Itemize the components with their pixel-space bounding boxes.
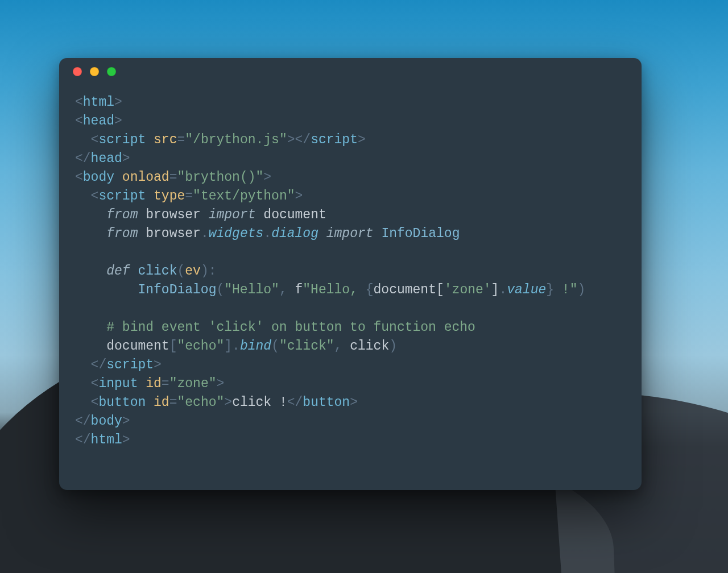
window-titlebar[interactable] xyxy=(59,58,642,85)
code-content: <html> <head> <script src="/brython.js">… xyxy=(75,93,626,450)
zoom-icon[interactable] xyxy=(107,67,116,76)
code-window: <html> <head> <script src="/brython.js">… xyxy=(59,58,642,490)
code-editor[interactable]: <html> <head> <script src="/brython.js">… xyxy=(59,85,642,466)
desktop-background: <html> <head> <script src="/brython.js">… xyxy=(0,0,728,573)
minimize-icon[interactable] xyxy=(90,67,99,76)
close-icon[interactable] xyxy=(73,67,82,76)
